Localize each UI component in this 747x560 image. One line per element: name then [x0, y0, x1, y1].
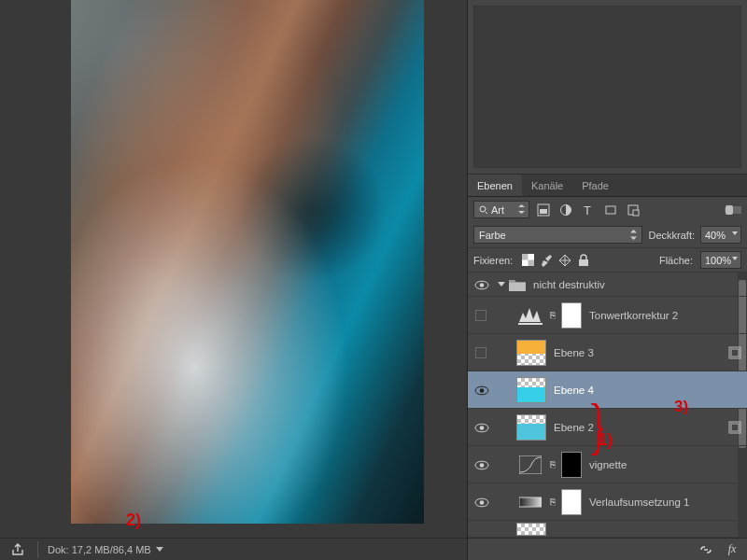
layer-row-gradmap[interactable]: ⎘ Verlaufsumsetzung 1 [468, 483, 747, 521]
smartfilter-icon[interactable] [728, 346, 741, 359]
canvas-viewport[interactable] [0, 0, 467, 538]
svg-point-15 [480, 283, 485, 287]
lock-transparent-icon[interactable] [520, 253, 535, 268]
gradientmap-adjustment-icon [516, 489, 544, 515]
svg-rect-5 [606, 206, 615, 214]
eye-icon[interactable] [474, 385, 487, 395]
doc-size-label: Dok: 17,2 MB/86,4 MB [48, 544, 151, 555]
layer-row-vignette[interactable]: ⎘ vignette [468, 446, 747, 483]
layer-mask-thumb[interactable] [561, 302, 582, 329]
layer-row-ebene4[interactable]: Ebene 4 [468, 371, 747, 409]
fill-label: Fläche: [659, 255, 693, 266]
svg-rect-30 [519, 497, 542, 507]
svg-rect-2 [540, 209, 547, 214]
link-layers-icon[interactable] [698, 542, 713, 557]
layer-thumb[interactable] [516, 340, 546, 366]
link-icon: ⎘ [548, 310, 557, 320]
opacity-input[interactable]: 40% [700, 226, 741, 244]
fx-icon[interactable]: fx [725, 542, 740, 557]
doc-label: Dok: [48, 544, 69, 555]
svg-point-29 [480, 500, 485, 505]
layers-list: nicht destruktiv ⎘ Tonwertkorrektur 2 Eb… [468, 273, 747, 538]
layer-thumb[interactable] [516, 377, 546, 403]
filter-type-icon[interactable]: T [580, 202, 597, 218]
visibility-toggle[interactable] [475, 347, 486, 358]
folder-icon [509, 278, 526, 291]
svg-rect-24 [731, 424, 739, 431]
svg-rect-12 [528, 260, 534, 267]
svg-rect-16 [518, 323, 543, 325]
eye-icon[interactable] [474, 497, 487, 507]
layer-filter-row: Art T [468, 197, 747, 222]
svg-rect-18 [731, 349, 739, 357]
smartfilter-icon[interactable] [728, 421, 741, 434]
filter-shape-icon[interactable] [602, 202, 619, 218]
share-icon[interactable] [9, 541, 26, 558]
filter-kind-select[interactable]: Art [473, 201, 529, 218]
svg-point-26 [480, 463, 485, 468]
layer-row-ebene2[interactable]: Ebene 2 [468, 409, 747, 446]
panel-tabs: Ebenen Kanäle Pfade [468, 175, 747, 197]
filter-kind-label: Art [491, 204, 504, 216]
layer-row-partial[interactable] [468, 521, 747, 538]
lock-label: Fixieren: [473, 255, 513, 266]
filter-smartobject-icon[interactable] [625, 202, 641, 218]
layer-mask-thumb[interactable] [561, 489, 582, 515]
right-sidebar: Ebenen Kanäle Pfade Art T Farbe Deckkraf… [467, 0, 747, 560]
svg-point-0 [480, 206, 486, 212]
status-bar: Dok: 17,2 MB/86,4 MB [0, 538, 467, 560]
layer-mask-thumb[interactable] [561, 452, 582, 478]
tab-paths[interactable]: Pfade [572, 175, 618, 196]
doc-size: 17,2 MB/86,4 MB [72, 544, 151, 555]
lock-brush-icon[interactable] [539, 253, 554, 268]
blend-mode-select[interactable]: Farbe [473, 226, 642, 244]
filter-pixel-icon[interactable] [535, 202, 552, 218]
layer-thumb[interactable] [516, 414, 546, 441]
lock-all-icon[interactable] [576, 253, 591, 268]
layer-name[interactable]: Ebene 4 [554, 385, 594, 396]
layer-name[interactable]: Verlaufsumsetzung 1 [589, 497, 689, 508]
tab-channels[interactable]: Kanäle [522, 175, 572, 196]
svg-rect-11 [522, 254, 529, 260]
opacity-label: Deckkraft: [648, 230, 695, 241]
layer-thumb[interactable] [516, 523, 546, 536]
blend-row: Farbe Deckkraft: 40% [468, 222, 747, 247]
collapse-icon[interactable] [498, 282, 505, 287]
fill-input[interactable]: 100% [700, 251, 741, 269]
svg-rect-27 [519, 455, 542, 474]
link-icon: ⎘ [548, 497, 557, 507]
canvas-area: Dok: 17,2 MB/86,4 MB [0, 0, 467, 560]
svg-point-20 [480, 388, 485, 393]
curves-adjustment-icon [516, 452, 544, 478]
group-name[interactable]: nicht destruktiv [533, 279, 605, 290]
svg-rect-9 [726, 205, 733, 215]
svg-point-22 [480, 426, 485, 430]
layer-name[interactable]: Ebene 3 [554, 347, 594, 358]
document-image[interactable] [71, 0, 424, 524]
svg-rect-7 [633, 210, 639, 216]
visibility-toggle[interactable] [475, 310, 486, 321]
filter-adjustment-icon[interactable] [557, 202, 574, 218]
opacity-value: 40% [705, 230, 726, 241]
tab-layers[interactable]: Ebenen [468, 175, 522, 196]
lock-move-icon[interactable] [557, 253, 572, 268]
properties-panel-placeholder [468, 0, 747, 175]
layer-name[interactable]: Ebene 2 [554, 422, 594, 433]
eye-icon[interactable] [474, 280, 487, 289]
blend-mode-value: Farbe [479, 230, 506, 241]
layer-row-levels[interactable]: ⎘ Tonwertkorrektur 2 [468, 297, 747, 334]
filter-toggle-switch[interactable] [725, 202, 741, 218]
levels-adjustment-icon [516, 302, 544, 329]
eye-icon[interactable] [474, 460, 487, 469]
eye-icon[interactable] [474, 423, 487, 432]
layer-name[interactable]: Tonwertkorrektur 2 [589, 310, 678, 321]
layer-name[interactable]: vignette [589, 459, 627, 470]
layer-row-ebene3[interactable]: Ebene 3 [468, 334, 747, 371]
link-icon: ⎘ [548, 459, 557, 469]
lock-row: Fixieren: Fläche: 100% [468, 247, 747, 273]
layers-bottom-bar: fx [468, 538, 747, 560]
layers-panel: Ebenen Kanäle Pfade Art T Farbe Deckkraf… [468, 175, 747, 560]
statusbar-menu-icon[interactable] [156, 547, 163, 552]
layer-group-row[interactable]: nicht destruktiv [468, 273, 747, 297]
fill-value: 100% [705, 255, 731, 266]
